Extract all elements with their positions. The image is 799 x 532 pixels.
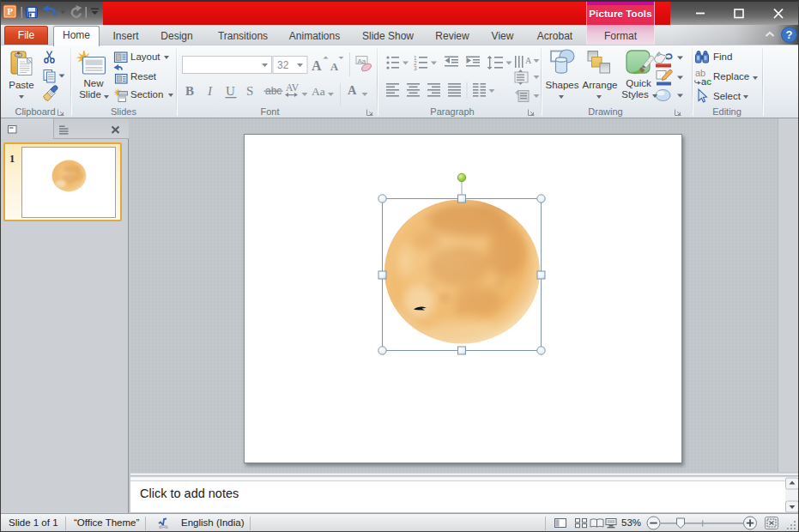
svg-text:A: A [348, 83, 357, 97]
svg-text:3: 3 [414, 65, 417, 71]
svg-text:S: S [246, 84, 253, 98]
svg-text:Aa: Aa [312, 85, 325, 98]
svg-text:I: I [207, 84, 213, 98]
svg-text:A: A [312, 58, 322, 73]
svg-text:B: B [185, 84, 194, 98]
svg-text:AV: AV [286, 82, 300, 93]
svg-text:32: 32 [277, 59, 289, 71]
svg-text:Aa: Aa [358, 57, 366, 65]
svg-text:?: ? [786, 28, 793, 41]
svg-text:U: U [226, 84, 235, 98]
svg-text:c: c [706, 76, 711, 87]
svg-text:A: A [330, 61, 338, 73]
svg-text:A: A [525, 56, 532, 65]
svg-text:P: P [7, 6, 13, 16]
